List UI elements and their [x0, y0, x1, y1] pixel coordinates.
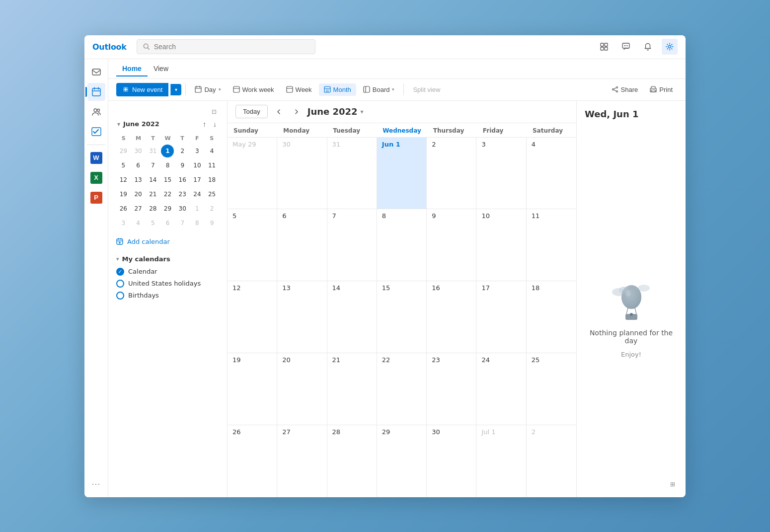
add-calendar-btn[interactable]: Add calendar [116, 234, 219, 249]
mini-cal-day-cell[interactable]: 5 [147, 217, 159, 229]
toolbar-workweek-btn[interactable]: Work week [228, 83, 279, 96]
mini-cal-day-cell[interactable]: 30 [132, 145, 145, 157]
mini-cal-day-cell[interactable]: 9 [176, 159, 189, 172]
calendar-item[interactable]: United States holidays [116, 278, 219, 290]
mini-cal-day-cell[interactable]: 26 [117, 202, 130, 215]
mini-cal-day-cell[interactable]: 1 [191, 202, 204, 215]
mini-cal-day-cell[interactable]: 19 [117, 188, 130, 201]
calendar-cell[interactable]: 31 [327, 138, 377, 209]
toolbar-board-btn[interactable]: Board ▾ [358, 83, 400, 96]
mini-calendar-expand[interactable]: ⊡ [209, 107, 219, 117]
mini-cal-day-cell[interactable]: 21 [147, 188, 159, 201]
mini-cal-day-cell[interactable]: 27 [132, 202, 145, 215]
calendar-cell[interactable]: 9 [427, 209, 476, 281]
sidebar-item-mail[interactable] [87, 63, 105, 81]
calendar-cell[interactable]: 25 [527, 353, 576, 425]
my-calendars-header[interactable]: ▾ My calendars [116, 255, 219, 263]
tab-home[interactable]: Home [116, 61, 148, 76]
mini-cal-day-cell[interactable]: 4 [206, 145, 219, 157]
mini-cal-day-cell[interactable]: 24 [191, 188, 204, 201]
calendar-checkbox[interactable] [116, 280, 124, 288]
calendar-cell[interactable]: 17 [476, 281, 526, 353]
feedback-icon[interactable] [618, 39, 634, 55]
mini-cal-day-cell[interactable]: 17 [191, 173, 204, 186]
mini-cal-day-cell[interactable]: 13 [132, 173, 145, 186]
toolbar-week-btn[interactable]: Week [281, 83, 317, 96]
calendar-cell[interactable]: 30 [277, 138, 327, 209]
new-event-button[interactable]: New event [116, 83, 168, 96]
sidebar-item-excel[interactable]: X [87, 169, 105, 187]
mini-cal-day-cell[interactable]: 22 [161, 188, 174, 201]
mini-cal-day-cell[interactable]: 31 [147, 145, 159, 157]
mini-cal-day-cell[interactable]: 29 [117, 145, 130, 157]
calendar-cell[interactable]: 23 [427, 353, 476, 425]
mini-cal-day-cell[interactable]: 2 [206, 202, 219, 215]
mini-cal-day-cell[interactable]: 1 [161, 145, 174, 157]
mini-cal-day-cell[interactable]: 4 [132, 217, 145, 229]
search-input[interactable] [154, 43, 309, 51]
mini-cal-day-cell[interactable]: 10 [191, 159, 204, 172]
mini-cal-day-cell[interactable]: 29 [161, 202, 174, 215]
calendar-checkbox[interactable] [116, 292, 124, 300]
mini-cal-day-cell[interactable]: 3 [117, 217, 130, 229]
mini-cal-day-cell[interactable]: 20 [132, 188, 145, 201]
calendar-month-title[interactable]: June 2022 ▾ [308, 106, 364, 117]
mini-cal-day-cell[interactable]: 7 [176, 217, 189, 229]
calendar-cell[interactable]: 7 [327, 209, 377, 281]
mini-calendar-prev[interactable]: ↑ [200, 119, 209, 130]
toolbar-share-btn[interactable]: Share [607, 83, 643, 96]
sidebar-item-powerpoint[interactable]: P [87, 189, 105, 207]
calendar-cell[interactable]: 27 [277, 425, 327, 497]
sidebar-item-people[interactable] [87, 103, 105, 121]
mini-cal-day-cell[interactable]: 8 [191, 217, 204, 229]
calendar-cell[interactable]: 19 [228, 353, 277, 425]
toolbar-print-btn[interactable]: Print [645, 83, 678, 96]
sidebar-item-calendar[interactable] [87, 83, 105, 101]
sidebar-item-word[interactable]: W [87, 149, 105, 167]
mini-cal-day-cell[interactable]: 6 [132, 159, 145, 172]
mini-calendar-next[interactable]: ↓ [211, 119, 219, 130]
calendar-cell[interactable]: 11 [527, 209, 576, 281]
mini-cal-day-cell[interactable]: 25 [206, 188, 219, 201]
calendar-cell[interactable]: 12 [228, 281, 277, 353]
grid-view-icon[interactable] [596, 39, 612, 55]
mini-cal-day-cell[interactable]: 30 [176, 202, 189, 215]
cal-next-btn[interactable] [290, 105, 304, 119]
tab-view[interactable]: View [148, 61, 174, 76]
calendar-item[interactable]: Birthdays [116, 290, 219, 302]
mini-cal-day-cell[interactable]: 15 [161, 173, 174, 186]
calendar-cell[interactable]: 29 [377, 425, 427, 497]
calendar-cell[interactable]: 15 [377, 281, 427, 353]
sidebar-item-more[interactable]: ··· [87, 475, 105, 493]
mini-cal-day-cell[interactable]: 23 [176, 188, 189, 201]
mini-cal-day-cell[interactable]: 5 [117, 159, 130, 172]
mini-cal-day-cell[interactable]: 8 [161, 159, 174, 172]
calendar-cell[interactable]: 26 [228, 425, 277, 497]
toolbar-splitview-btn[interactable]: Split view [408, 83, 445, 96]
mini-cal-day-cell[interactable]: 6 [161, 217, 174, 229]
search-box[interactable] [137, 39, 315, 54]
toolbar-day-btn[interactable]: Day ▾ [190, 83, 226, 96]
mini-cal-day-cell[interactable]: 11 [206, 159, 219, 172]
toolbar-month-btn[interactable]: Month [319, 83, 356, 96]
calendar-cell[interactable]: 10 [476, 209, 526, 281]
mini-cal-day-cell[interactable]: 2 [176, 145, 189, 157]
calendar-cell[interactable]: 5 [228, 209, 277, 281]
sidebar-item-tasks[interactable] [87, 123, 105, 141]
new-event-dropdown[interactable]: ▾ [170, 84, 181, 95]
mini-cal-day-cell[interactable]: 9 [206, 217, 219, 229]
mini-cal-day-cell[interactable]: 28 [147, 202, 159, 215]
mini-cal-day-cell[interactable]: 18 [206, 173, 219, 186]
cal-prev-btn[interactable] [272, 105, 286, 119]
mini-cal-day-cell[interactable]: 14 [147, 173, 159, 186]
mini-cal-day-cell[interactable]: 16 [176, 173, 189, 186]
mini-cal-day-cell[interactable]: 3 [191, 145, 204, 157]
mini-cal-day-cell[interactable]: 12 [117, 173, 130, 186]
calendar-cell[interactable]: 20 [277, 353, 327, 425]
right-panel-expand[interactable]: ⊞ [668, 479, 678, 489]
calendar-cell[interactable]: 8 [377, 209, 427, 281]
settings-icon[interactable] [662, 39, 678, 55]
calendar-cell[interactable]: Jun 1 [377, 138, 427, 209]
calendar-checkbox[interactable] [116, 268, 124, 276]
calendar-cell[interactable]: 30 [427, 425, 476, 497]
